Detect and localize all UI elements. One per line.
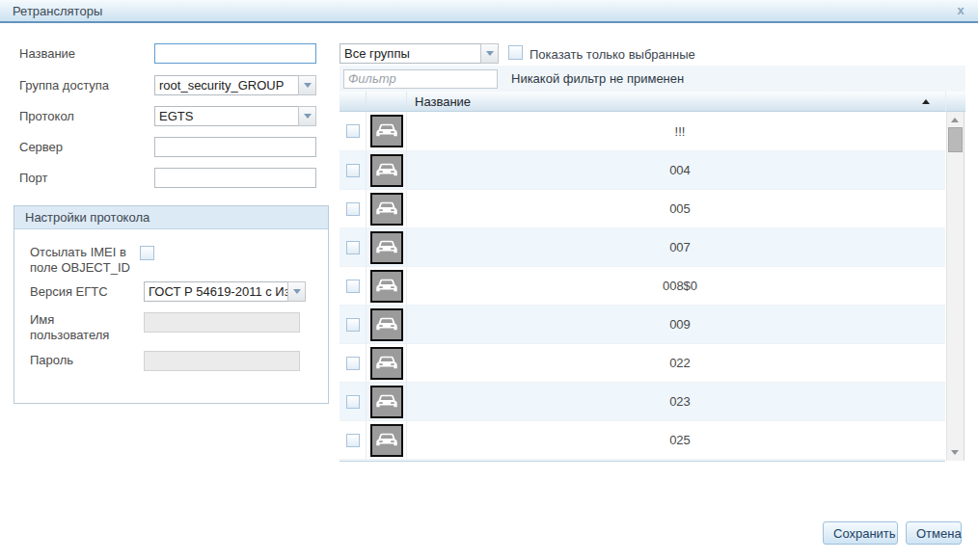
- row-name[interactable]: 022: [407, 344, 945, 382]
- table-row-partial: [340, 459, 945, 462]
- car-icon: [370, 386, 403, 418]
- show-selected-label: Показать только выбранные: [530, 47, 695, 63]
- dialog-title: Ретрансляторы: [13, 4, 102, 18]
- row-icon-cell: [367, 344, 407, 382]
- car-icon: [370, 154, 403, 187]
- car-icon: [370, 347, 403, 380]
- egts-version-dropdown-button[interactable]: [287, 281, 306, 302]
- protocol-settings-title: Настройки протокола: [25, 210, 149, 225]
- save-button[interactable]: Сохранить: [823, 521, 898, 545]
- close-icon[interactable]: x: [953, 3, 968, 18]
- server-label: Сервер: [19, 140, 63, 155]
- row-checkbox[interactable]: [346, 434, 360, 447]
- cancel-button[interactable]: Отмена: [906, 521, 962, 545]
- filter-status-text: Никакой фильтр не применен: [511, 71, 684, 86]
- name-input[interactable]: [154, 43, 316, 64]
- protocol-dropdown-button[interactable]: [298, 106, 316, 126]
- egts-version-label: Версия ЕГТС: [30, 284, 108, 300]
- row-name[interactable]: 007: [407, 228, 945, 266]
- table-row[interactable]: 009: [340, 305, 945, 343]
- row-name[interactable]: 004: [407, 151, 945, 189]
- row-icon-cell: [367, 421, 407, 459]
- row-checkbox-cell: [340, 383, 367, 420]
- row-checkbox[interactable]: [346, 241, 360, 254]
- chevron-down-icon: [486, 51, 494, 56]
- vertical-scrollbar[interactable]: [946, 112, 964, 461]
- row-name[interactable]: !!!: [407, 112, 945, 150]
- row-checkbox-cell: [340, 267, 367, 305]
- repeaters-dialog: { "dialog": { "title": "Ретрансляторы", …: [0, 0, 978, 560]
- car-icon: [370, 231, 403, 264]
- row-name[interactable]: 025: [407, 421, 945, 459]
- scrollbar-thumb[interactable]: [948, 127, 963, 152]
- table-row[interactable]: 007: [340, 227, 945, 266]
- row-icon-cell: [367, 151, 407, 189]
- access-group-dropdown-button[interactable]: [298, 75, 316, 95]
- row-checkbox-cell: [340, 306, 367, 343]
- row-name[interactable]: 005: [407, 190, 945, 227]
- car-icon: [370, 270, 403, 303]
- row-checkbox-cell: [340, 190, 367, 227]
- show-selected-checkbox[interactable]: [508, 45, 523, 60]
- port-input[interactable]: [154, 168, 316, 188]
- header-icon-column: [367, 92, 407, 111]
- row-checkbox-cell: [340, 344, 367, 382]
- car-icon: [370, 193, 403, 226]
- table-row[interactable]: 008$0: [340, 266, 945, 305]
- row-name[interactable]: 008$0: [407, 267, 945, 305]
- row-checkbox[interactable]: [346, 124, 360, 138]
- imei-checkbox[interactable]: [140, 246, 154, 260]
- password-label: Пароль: [30, 353, 73, 368]
- header-checkbox-column: [340, 92, 367, 111]
- row-checkbox[interactable]: [346, 395, 360, 409]
- car-icon: [370, 115, 403, 147]
- row-checkbox[interactable]: [346, 280, 360, 293]
- egts-version-value[interactable]: ГОСТ Р 54619-2011 с Изм: [144, 281, 287, 302]
- table-row[interactable]: 022: [340, 343, 945, 382]
- filter-input[interactable]: [343, 69, 498, 89]
- access-group-combo[interactable]: root_security_GROUP: [154, 75, 316, 95]
- table-row[interactable]: 004: [340, 150, 945, 189]
- scroll-down-icon[interactable]: [951, 450, 959, 455]
- access-group-value[interactable]: root_security_GROUP: [154, 75, 298, 95]
- row-icon-cell: [367, 228, 407, 266]
- groups-dropdown-button[interactable]: [480, 43, 499, 64]
- scroll-up-icon[interactable]: [951, 118, 959, 122]
- table-header[interactable]: Название: [340, 92, 945, 112]
- row-name[interactable]: 009: [407, 306, 945, 343]
- egts-version-combo[interactable]: ГОСТ Р 54619-2011 с Изм: [144, 281, 306, 302]
- name-label: Название: [19, 46, 75, 62]
- protocol-settings-panel: Настройки протокола Отсылать IMEI в поле…: [14, 205, 329, 404]
- row-checkbox[interactable]: [346, 202, 360, 216]
- chevron-down-icon: [293, 289, 301, 294]
- protocol-value[interactable]: EGTS: [154, 106, 298, 126]
- table-row[interactable]: 025: [340, 420, 945, 459]
- row-icon-cell: [367, 383, 407, 420]
- car-icon: [370, 308, 403, 341]
- row-checkbox[interactable]: [346, 164, 360, 177]
- row-checkbox-cell: [340, 112, 367, 150]
- table-row[interactable]: !!!: [340, 112, 945, 150]
- table-row[interactable]: 005: [340, 189, 945, 227]
- groups-filter-combo[interactable]: Все группы: [340, 43, 499, 64]
- vehicle-list: !!! 004: [340, 112, 945, 462]
- row-checkbox[interactable]: [346, 357, 360, 370]
- row-checkbox-cell: [340, 151, 367, 189]
- chevron-down-icon: [304, 114, 312, 119]
- access-group-label: Группа доступа: [19, 78, 109, 93]
- filter-band: Никакой фильтр не применен: [340, 66, 965, 92]
- name-column-title: Название: [415, 94, 471, 109]
- password-input: [144, 351, 300, 371]
- username-input: [144, 312, 300, 333]
- header-name-column[interactable]: Название: [407, 92, 945, 111]
- row-icon-cell: [367, 112, 407, 150]
- row-name[interactable]: 023: [407, 383, 945, 420]
- server-input[interactable]: [154, 137, 316, 157]
- car-icon: [370, 424, 403, 457]
- row-icon-cell: [367, 267, 407, 305]
- row-checkbox[interactable]: [346, 318, 360, 332]
- protocol-combo[interactable]: EGTS: [154, 106, 316, 126]
- table-row[interactable]: 023: [340, 382, 945, 420]
- groups-filter-value[interactable]: Все группы: [340, 43, 480, 64]
- row-icon-cell: [367, 306, 407, 343]
